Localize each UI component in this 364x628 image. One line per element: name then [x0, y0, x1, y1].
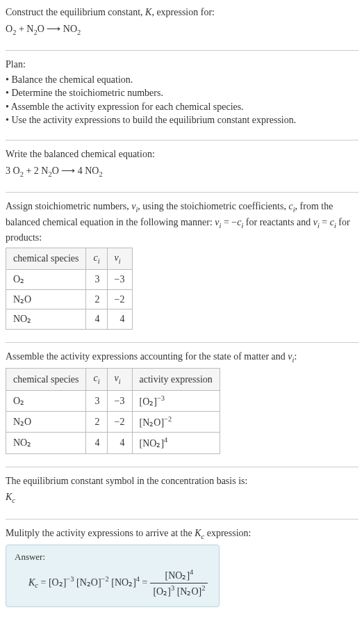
cell-nu: −3 [107, 270, 132, 290]
activity-table: chemical species ci νi activity expressi… [6, 368, 220, 453]
cell-expr: [NO₂]4 [132, 433, 220, 453]
cell-nu: −3 [107, 390, 132, 411]
table-row: NO₂ 4 4 [NO₂]4 [6, 433, 220, 453]
symbol-section: The equilibrium constant symbol in the c… [6, 474, 358, 512]
answer-label: Answer: [15, 551, 210, 563]
cell-species: NO₂ [6, 309, 86, 330]
assign-intro: Assign stoichiometric numbers, νi, using… [6, 200, 358, 245]
divider [6, 467, 358, 467]
activity-section: Assemble the activity expressions accoun… [6, 350, 358, 460]
plan-item: • Use the activity expressions to build … [6, 113, 358, 127]
col-species: chemical species [6, 248, 86, 269]
fraction: [NO₂]4 [O₂]3 [N₂O]2 [150, 567, 208, 598]
balanced-equation: 3 O2 + 2 N2O ⟶ 4 NO2 [6, 164, 358, 179]
table-row: O₂ 3 −3 [O₂]−3 [6, 390, 220, 411]
table-header-row: chemical species ci νi activity expressi… [6, 369, 220, 390]
cell-c: 2 [86, 289, 107, 309]
cell-c: 3 [86, 270, 107, 290]
kc-symbol: Kc [6, 490, 358, 506]
cell-expr: [N₂O]−2 [132, 412, 220, 433]
cell-species: O₂ [6, 270, 86, 290]
assign-section: Assign stoichiometric numbers, νi, using… [6, 200, 358, 335]
divider [6, 342, 358, 343]
plan-list: • Balance the chemical equation. • Deter… [6, 73, 358, 127]
unbalanced-equation: O2 + N2O ⟶ NO2 [6, 22, 358, 38]
cell-c: 3 [86, 390, 107, 411]
fraction-numerator: [NO₂]4 [150, 567, 208, 583]
col-ci: ci [86, 248, 107, 269]
plan-item: • Balance the chemical equation. [6, 73, 358, 87]
col-nui: νi [107, 248, 132, 269]
prompt-text-1: Construct the equilibrium constant, [6, 7, 145, 17]
activity-intro: Assemble the activity expressions accoun… [6, 350, 358, 365]
k-variable: K [145, 7, 151, 17]
cell-c: 4 [86, 309, 107, 330]
stoich-table: chemical species ci νi O₂ 3 −3 N₂O 2 −2 … [6, 248, 133, 330]
prompt-text-2: , expression for: [151, 7, 215, 17]
balanced-section: Write the balanced chemical equation: 3 … [6, 147, 358, 185]
cell-species: NO₂ [6, 433, 86, 453]
balanced-intro: Write the balanced chemical equation: [6, 147, 358, 161]
cell-species: N₂O [6, 289, 86, 309]
table-row: N₂O 2 −2 [6, 289, 133, 309]
cell-nu: 4 [107, 309, 132, 330]
col-nui: νi [107, 369, 132, 390]
fraction-denominator: [O₂]3 [N₂O]2 [150, 583, 208, 598]
eq-arrow-no2: ⟶ NO2 [44, 24, 81, 34]
plan-item: • Determine the stoichiometric numbers. [6, 86, 358, 100]
cell-c: 2 [86, 412, 107, 433]
cell-nu: −2 [107, 412, 132, 433]
prompt-section: Construct the equilibrium constant, K, e… [6, 6, 358, 43]
divider [6, 192, 358, 193]
cell-nu: −2 [107, 289, 132, 309]
plan-item: • Assemble the activity expression for e… [6, 100, 358, 114]
col-species: chemical species [6, 369, 86, 390]
kc-expression: Kc = [O₂]−3 [N₂O]−2 [NO₂]4 = [NO₂]4 [O₂]… [15, 567, 210, 598]
eq-plus-n2o: + N2O [16, 24, 44, 34]
prompt-line: Construct the equilibrium constant, K, e… [6, 6, 358, 19]
multiply-section: Mulitply the activity expressions to arr… [6, 526, 358, 613]
cell-expr: [O₂]−3 [132, 390, 220, 411]
table-row: NO₂ 4 4 [6, 309, 133, 330]
col-ci: ci [86, 369, 107, 390]
table-header-row: chemical species ci νi [6, 248, 133, 269]
eq-o2: O2 [6, 24, 16, 34]
symbol-intro: The equilibrium constant symbol in the c… [6, 474, 358, 488]
cell-c: 4 [86, 433, 107, 453]
divider [6, 50, 358, 51]
multiply-intro: Mulitply the activity expressions to arr… [6, 526, 358, 542]
table-row: N₂O 2 −2 [N₂O]−2 [6, 412, 220, 433]
divider [6, 519, 358, 520]
plan-section: Plan: • Balance the chemical equation. •… [6, 58, 358, 133]
cell-species: O₂ [6, 390, 86, 411]
cell-nu: 4 [107, 433, 132, 453]
answer-box: Answer: Kc = [O₂]−3 [N₂O]−2 [NO₂]4 = [NO… [6, 545, 220, 607]
table-row: O₂ 3 −3 [6, 270, 133, 290]
plan-title: Plan: [6, 58, 358, 72]
cell-species: N₂O [6, 412, 86, 433]
col-expr: activity expression [132, 369, 220, 390]
divider [6, 140, 358, 140]
